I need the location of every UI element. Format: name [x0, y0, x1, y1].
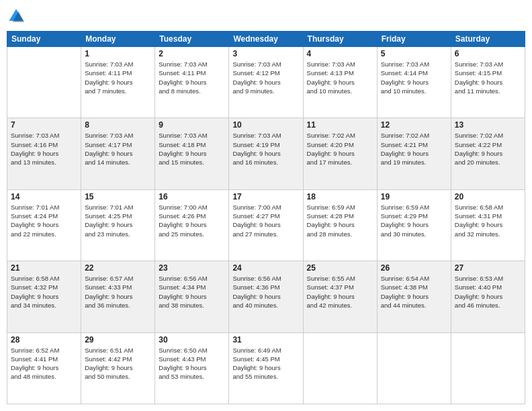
- day-info: Sunrise: 7:01 AMSunset: 4:24 PMDaylight:…: [11, 203, 77, 238]
- calendar-cell: 5Sunrise: 7:03 AMSunset: 4:14 PMDaylight…: [377, 47, 451, 118]
- calendar-week-row: 1Sunrise: 7:03 AMSunset: 4:11 PMDaylight…: [7, 47, 525, 118]
- day-info: Sunrise: 7:00 AMSunset: 4:27 PMDaylight:…: [232, 203, 299, 238]
- calendar-cell: [303, 332, 377, 404]
- calendar-cell: 9Sunrise: 7:03 AMSunset: 4:18 PMDaylight…: [155, 118, 229, 189]
- day-number: 25: [307, 263, 373, 273]
- weekday-header: Tuesday: [155, 32, 229, 47]
- calendar-cell: 23Sunrise: 6:56 AMSunset: 4:34 PMDayligh…: [155, 261, 229, 332]
- day-number: 10: [232, 120, 299, 130]
- calendar-week-row: 21Sunrise: 6:58 AMSunset: 4:32 PMDayligh…: [7, 261, 525, 332]
- calendar-cell: 27Sunrise: 6:53 AMSunset: 4:40 PMDayligh…: [451, 261, 525, 332]
- day-number: 2: [159, 49, 225, 58]
- calendar-cell: 20Sunrise: 6:58 AMSunset: 4:31 PMDayligh…: [451, 189, 525, 261]
- day-number: 23: [159, 263, 225, 273]
- calendar-cell: 7Sunrise: 7:03 AMSunset: 4:16 PMDaylight…: [7, 118, 81, 189]
- day-info: Sunrise: 7:03 AMSunset: 4:11 PMDaylight:…: [85, 60, 151, 95]
- calendar-cell: 3Sunrise: 7:03 AMSunset: 4:12 PMDaylight…: [229, 47, 303, 118]
- day-info: Sunrise: 7:03 AMSunset: 4:12 PMDaylight:…: [232, 60, 299, 95]
- day-number: 18: [307, 192, 373, 201]
- calendar-cell: 12Sunrise: 7:02 AMSunset: 4:21 PMDayligh…: [377, 118, 451, 189]
- day-info: Sunrise: 7:00 AMSunset: 4:26 PMDaylight:…: [159, 203, 225, 238]
- logo-icon: [7, 7, 26, 26]
- day-number: 1: [85, 49, 151, 58]
- calendar-cell: 6Sunrise: 7:03 AMSunset: 4:15 PMDaylight…: [451, 47, 525, 118]
- calendar-cell: 25Sunrise: 6:55 AMSunset: 4:37 PMDayligh…: [303, 261, 377, 332]
- day-number: 13: [455, 120, 521, 130]
- calendar-cell: 22Sunrise: 6:57 AMSunset: 4:33 PMDayligh…: [81, 261, 155, 332]
- day-number: 19: [381, 192, 447, 201]
- day-info: Sunrise: 6:56 AMSunset: 4:36 PMDaylight:…: [232, 274, 299, 310]
- calendar-cell: 10Sunrise: 7:03 AMSunset: 4:19 PMDayligh…: [229, 118, 303, 189]
- day-number: 26: [381, 263, 447, 273]
- day-info: Sunrise: 7:02 AMSunset: 4:20 PMDaylight:…: [307, 131, 373, 167]
- calendar-cell: [7, 47, 81, 118]
- day-number: 29: [85, 335, 151, 345]
- day-info: Sunrise: 7:03 AMSunset: 4:16 PMDaylight:…: [11, 131, 77, 167]
- weekday-header: Saturday: [451, 32, 525, 47]
- day-info: Sunrise: 6:49 AMSunset: 4:45 PMDaylight:…: [232, 346, 299, 381]
- calendar-cell: 31Sunrise: 6:49 AMSunset: 4:45 PMDayligh…: [229, 332, 303, 404]
- day-number: 22: [85, 263, 151, 273]
- day-number: 8: [85, 120, 151, 130]
- calendar-cell: 1Sunrise: 7:03 AMSunset: 4:11 PMDaylight…: [81, 47, 155, 118]
- calendar-cell: [451, 332, 525, 404]
- day-number: 5: [381, 49, 447, 58]
- day-info: Sunrise: 6:58 AMSunset: 4:32 PMDaylight:…: [11, 274, 77, 310]
- weekday-header: Monday: [81, 32, 155, 47]
- calendar-cell: 26Sunrise: 6:54 AMSunset: 4:38 PMDayligh…: [377, 261, 451, 332]
- logo: [7, 7, 28, 26]
- day-number: 31: [232, 335, 299, 345]
- day-number: 12: [381, 120, 447, 130]
- day-number: 6: [455, 49, 521, 58]
- day-number: 17: [232, 192, 299, 201]
- day-info: Sunrise: 6:55 AMSunset: 4:37 PMDaylight:…: [307, 274, 373, 310]
- calendar-cell: 21Sunrise: 6:58 AMSunset: 4:32 PMDayligh…: [7, 261, 81, 332]
- day-number: 7: [11, 120, 77, 130]
- day-info: Sunrise: 6:50 AMSunset: 4:43 PMDaylight:…: [159, 346, 225, 381]
- calendar-header-row: SundayMondayTuesdayWednesdayThursdayFrid…: [7, 32, 525, 47]
- day-info: Sunrise: 7:03 AMSunset: 4:17 PMDaylight:…: [85, 131, 151, 167]
- calendar-cell: 11Sunrise: 7:02 AMSunset: 4:20 PMDayligh…: [303, 118, 377, 189]
- day-info: Sunrise: 7:03 AMSunset: 4:13 PMDaylight:…: [307, 60, 373, 95]
- day-number: 15: [85, 192, 151, 201]
- day-info: Sunrise: 7:01 AMSunset: 4:25 PMDaylight:…: [85, 203, 151, 238]
- weekday-header: Thursday: [303, 32, 377, 47]
- calendar-cell: 17Sunrise: 7:00 AMSunset: 4:27 PMDayligh…: [229, 189, 303, 261]
- day-info: Sunrise: 6:59 AMSunset: 4:28 PMDaylight:…: [307, 203, 373, 238]
- weekday-header: Wednesday: [229, 32, 303, 47]
- day-info: Sunrise: 7:03 AMSunset: 4:11 PMDaylight:…: [159, 60, 225, 95]
- weekday-header: Sunday: [7, 32, 81, 47]
- day-number: 4: [307, 49, 373, 58]
- day-number: 20: [455, 192, 521, 201]
- calendar-cell: 28Sunrise: 6:52 AMSunset: 4:41 PMDayligh…: [7, 332, 81, 404]
- day-info: Sunrise: 6:56 AMSunset: 4:34 PMDaylight:…: [159, 274, 225, 310]
- calendar-cell: 14Sunrise: 7:01 AMSunset: 4:24 PMDayligh…: [7, 189, 81, 261]
- day-info: Sunrise: 7:03 AMSunset: 4:15 PMDaylight:…: [455, 60, 521, 95]
- calendar-cell: 4Sunrise: 7:03 AMSunset: 4:13 PMDaylight…: [303, 47, 377, 118]
- calendar-cell: 30Sunrise: 6:50 AMSunset: 4:43 PMDayligh…: [155, 332, 229, 404]
- day-number: 24: [232, 263, 299, 273]
- day-info: Sunrise: 7:03 AMSunset: 4:14 PMDaylight:…: [381, 60, 447, 95]
- calendar-cell: 8Sunrise: 7:03 AMSunset: 4:17 PMDaylight…: [81, 118, 155, 189]
- calendar-week-row: 14Sunrise: 7:01 AMSunset: 4:24 PMDayligh…: [7, 189, 525, 261]
- day-info: Sunrise: 6:57 AMSunset: 4:33 PMDaylight:…: [85, 274, 151, 310]
- day-info: Sunrise: 7:03 AMSunset: 4:18 PMDaylight:…: [159, 131, 225, 167]
- calendar-table: SundayMondayTuesdayWednesdayThursdayFrid…: [7, 31, 525, 404]
- calendar-cell: 16Sunrise: 7:00 AMSunset: 4:26 PMDayligh…: [155, 189, 229, 261]
- day-number: 14: [11, 192, 77, 201]
- day-number: 9: [159, 120, 225, 130]
- day-info: Sunrise: 7:02 AMSunset: 4:21 PMDaylight:…: [381, 131, 447, 167]
- day-info: Sunrise: 6:54 AMSunset: 4:38 PMDaylight:…: [381, 274, 447, 310]
- calendar-cell: 19Sunrise: 6:59 AMSunset: 4:29 PMDayligh…: [377, 189, 451, 261]
- calendar-week-row: 7Sunrise: 7:03 AMSunset: 4:16 PMDaylight…: [7, 118, 525, 189]
- day-info: Sunrise: 6:53 AMSunset: 4:40 PMDaylight:…: [455, 274, 521, 310]
- day-info: Sunrise: 7:02 AMSunset: 4:22 PMDaylight:…: [455, 131, 521, 167]
- calendar-week-row: 28Sunrise: 6:52 AMSunset: 4:41 PMDayligh…: [7, 332, 525, 404]
- page: SundayMondayTuesdayWednesdayThursdayFrid…: [0, 0, 532, 411]
- weekday-header: Friday: [377, 32, 451, 47]
- day-number: 28: [11, 335, 77, 345]
- day-info: Sunrise: 6:59 AMSunset: 4:29 PMDaylight:…: [381, 203, 447, 238]
- calendar-cell: 18Sunrise: 6:59 AMSunset: 4:28 PMDayligh…: [303, 189, 377, 261]
- calendar-cell: 15Sunrise: 7:01 AMSunset: 4:25 PMDayligh…: [81, 189, 155, 261]
- day-number: 30: [159, 335, 225, 345]
